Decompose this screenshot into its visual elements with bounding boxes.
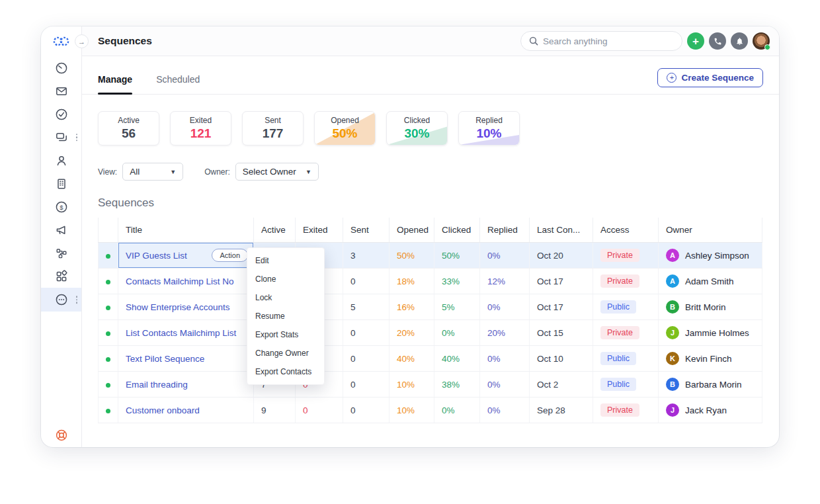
stat-label: Clicked [404,116,430,125]
sequence-title-link[interactable]: Show Enterprise Accounts [126,302,230,312]
replied-cell: 20% [480,320,530,346]
table-row[interactable]: List Contacts Mailchimp List020%0%20%Oct… [99,320,762,346]
topbar: → Sequences + [82,26,779,56]
column-header-sent[interactable]: Sent [343,218,390,243]
context-menu-item-clone[interactable]: Clone [247,270,324,288]
table-row[interactable]: Show Enterprise Accounts516%5%0%Oct 17Pu… [99,294,762,320]
active-status-dot [106,383,110,388]
chats-kebab-menu-icon[interactable] [76,134,78,142]
sidebar: $ [41,26,82,447]
table-row[interactable]: Contacts Mailchimp List No018%33%12%Oct … [99,269,762,294]
sidebar-item-tasks[interactable] [41,103,81,126]
quick-add-button[interactable]: + [687,32,704,50]
context-menu-item-lock[interactable]: Lock [247,288,324,307]
access-cell: Public [593,294,659,320]
clicked-cell: 38% [434,372,480,398]
column-header-replied[interactable]: Replied [480,218,530,243]
owner-filter-select[interactable]: Select Owner ▼ [235,163,319,181]
page-title: Sequences [98,35,152,47]
sequence-title-link[interactable]: List Contacts Mailchimp List [126,328,236,338]
active-status-dot [106,357,110,362]
context-menu-item-export-stats[interactable]: Export Stats [247,325,324,344]
sidebar-item-companies[interactable] [41,172,81,195]
owner-name: Barbara Morin [685,380,742,390]
sidebar-item-campaigns[interactable] [41,218,81,241]
sidebar-item-apps[interactable] [41,265,81,288]
sent-cell: 3 [343,243,390,269]
last-contacted-cell: Oct 15 [530,320,593,346]
more-kebab-menu-icon[interactable] [76,296,78,304]
stat-card-exited: Exited121 [170,111,231,146]
column-header-access[interactable]: Access [593,218,659,243]
row-action-button[interactable]: Action [212,249,248,262]
phone-button[interactable] [709,32,726,50]
flow-nodes-icon [55,247,68,260]
sequence-title-link[interactable]: Text Pilot Sequence [126,354,204,364]
column-header-active[interactable]: Active [254,218,296,243]
table-row[interactable]: VIP Guests ListAction350%50%0%Oct 20Priv… [99,243,762,269]
tab-manage[interactable]: Manage [98,74,132,94]
context-menu-item-resume[interactable]: Resume [247,307,324,325]
column-header-clicked[interactable]: Clicked [434,218,480,243]
owner-cell: BBritt Morin [659,294,762,320]
column-header-owner[interactable]: Owner [659,218,762,243]
sent-cell: 5 [343,294,390,320]
stat-value: 30% [404,126,429,141]
user-avatar[interactable] [753,32,770,50]
stat-value: 177 [263,126,284,141]
sidebar-item-workflows[interactable] [41,241,81,265]
title-cell: List Contacts Mailchimp List [118,320,254,346]
sidebar-item-dashboard[interactable] [41,56,81,79]
clicked-cell: 5% [434,294,480,320]
stat-value: 10% [476,126,501,141]
view-filter-select[interactable]: All ▼ [122,163,183,181]
access-cell: Public [593,372,659,398]
create-sequence-button[interactable]: + Create Sequence [657,68,763,87]
sequence-title-link[interactable]: VIP Guests List [126,251,187,261]
sequence-title-link[interactable]: Contacts Mailchimp List No [126,276,234,286]
clicked-cell: 50% [434,243,480,269]
sequence-title-link[interactable]: Customer onboard [126,405,200,415]
table-row[interactable]: Customer onboard90010%0%0%Sep 28PrivateJ… [99,398,762,423]
clicked-cell: 40% [434,346,480,372]
search-input[interactable] [543,36,674,46]
tab-scheduled[interactable]: Scheduled [156,74,200,94]
context-menu-item-change-owner[interactable]: Change Owner [247,344,324,362]
active-status-dot [106,254,110,259]
filters-row: View: All ▼ Owner: Select Owner ▼ [82,146,779,181]
sidebar-collapse-button[interactable]: → [75,34,89,48]
status-cell [99,398,118,423]
table-row[interactable]: Text Pilot Sequence040%40%0%Oct 10Public… [99,346,762,372]
last-contacted-cell: Sep 28 [530,398,593,423]
column-header-title[interactable]: Title [118,218,254,243]
column-header-opened[interactable]: Opened [390,218,434,243]
sidebar-item-deals[interactable]: $ [41,195,81,218]
phone-icon [714,37,722,46]
access-badge: Private [600,249,639,262]
mail-icon [55,85,68,98]
context-menu-item-edit[interactable]: Edit [247,251,324,270]
sent-cell: 0 [343,372,390,398]
owner-name: Kevin Finch [685,354,732,364]
opened-cell: 40% [390,346,434,372]
last-contacted-cell: Oct 17 [530,269,593,294]
sidebar-item-more[interactable] [41,288,81,312]
column-header-last-con-[interactable]: Last Con... [530,218,593,243]
sidebar-item-chats[interactable] [41,126,81,149]
status-cell [99,294,118,320]
status-cell [99,372,118,398]
sidebar-item-mail[interactable] [41,79,81,103]
column-header-exited[interactable]: Exited [296,218,343,243]
stat-value: 56 [122,126,136,141]
owner-cell: JJack Ryan [659,398,762,423]
context-menu-item-export-contacts[interactable]: Export Contacts [247,362,324,381]
sidebar-item-contacts[interactable] [41,149,81,172]
global-search[interactable] [520,31,682,51]
sequence-title-link[interactable]: Email threading [126,380,188,390]
replied-cell: 0% [480,243,530,269]
notifications-button[interactable] [731,32,748,50]
table-row[interactable]: Email threading70010%38%0%Oct 2PublicBBa… [99,372,762,398]
owner-avatar: B [666,378,679,391]
sidebar-item-help[interactable] [41,429,81,442]
stat-card-active: Active56 [98,111,159,146]
